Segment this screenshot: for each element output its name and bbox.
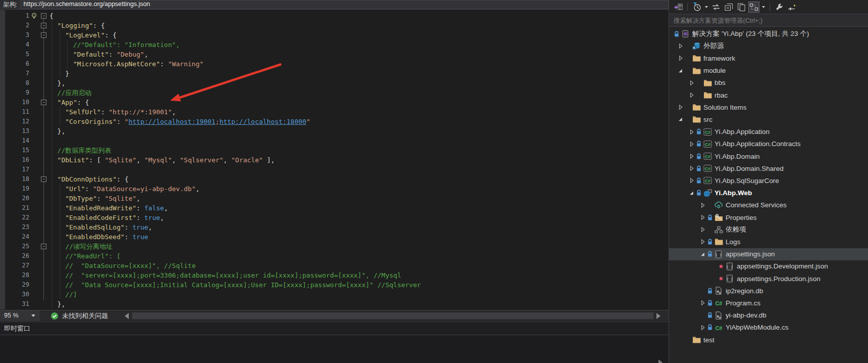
fold-collapse-icon[interactable]: - [41,23,46,28]
expander-collapsed-icon[interactable] [699,213,706,221]
tree-row[interactable]: C#Yi.Abp.Domain [669,150,868,162]
tree-row[interactable]: 依赖项 [669,223,868,236]
tree-row[interactable]: test [669,334,868,346]
tree-row[interactable]: bbs [669,77,868,89]
tree-row[interactable]: 解决方案 'Yi.Abp' (23 个项目, 共 23 个) [669,28,868,40]
code-line[interactable]: 27// "DataSource=[xxxx]", //Sqlite [0,261,669,270]
immediate-window-body[interactable] [0,335,669,362]
fold-collapse-icon[interactable]: - [41,32,46,38]
code-line[interactable]: 22"EnabledCodeFirst": true, [0,213,669,222]
code-line[interactable]: 19"Url": "DataSource=yi-abp-dev.db", [0,184,669,194]
code-line[interactable]: 10-"App": { [0,98,669,107]
properties-icon[interactable] [774,2,785,13]
expander-expanded-icon[interactable] [688,189,695,197]
code-line[interactable]: 17 [0,165,669,174]
sync-icon[interactable] [710,2,722,13]
tree-row[interactable]: yi-abp-dev.db [669,309,868,322]
lightbulb-icon[interactable] [30,12,38,20]
code-line[interactable]: 20"DbType": "Sqlite", [0,194,669,203]
expander-collapsed-icon[interactable] [688,91,695,99]
expander-collapsed-icon[interactable] [699,324,706,332]
code-line[interactable]: 30//] [0,290,669,299]
tree-row[interactable]: Yi.Abp.Web [669,187,868,199]
expander-collapsed-icon[interactable] [699,201,706,209]
tree-row[interactable]: rbac [669,89,868,101]
preview-selected-items-icon[interactable] [736,2,747,13]
code-line[interactable]: 15//数据库类型列表 [0,146,669,155]
fold-collapse-icon[interactable]: - [41,244,46,249]
tree-row[interactable]: { }appsettings.Production.json [669,273,868,285]
code-line[interactable]: 11"SelfUrl": "http://*:19001", [0,107,669,117]
dropdown-caret-icon[interactable] [704,2,709,13]
code-line[interactable]: 13}, [0,126,669,136]
code-line[interactable]: 4//"Default": "Information", [0,40,669,50]
expander-collapsed-icon[interactable] [677,54,684,62]
code-line[interactable]: 16"DbList": [ "Sqlite", "Mysql", "Sqlser… [0,155,669,165]
zoom-level-combo[interactable]: 95 % [0,310,39,321]
dropdown-caret-icon[interactable] [761,2,766,13]
new-editor-window-icon[interactable] [786,2,797,13]
tree-row[interactable]: C#Yi.Abp.Application [669,126,868,138]
expander-collapsed-icon[interactable] [688,140,695,148]
code-line[interactable]: 26//"ReadUrl": [ [0,251,669,261]
tree-row[interactable]: framework [669,52,868,64]
document-health-indicator[interactable]: 未找到相关问题 [50,311,108,320]
code-link[interactable]: http://localhost:18000 [219,118,306,125]
code-line[interactable]: 12"CorsOrigins": "http://localhost:19001… [0,117,669,126]
expander-expanded-icon[interactable] [677,67,684,75]
tree-row[interactable]: Solution Items [669,101,868,113]
expander-collapsed-icon[interactable] [688,176,695,185]
code-line[interactable]: 24"EnabledDbSeed": true [0,232,669,242]
expander-collapsed-icon[interactable] [699,225,706,234]
code-line[interactable]: 18-"DbConnOptions": { [0,174,669,184]
tree-row[interactable]: Logs [669,236,868,248]
scroll-right-icon[interactable] [656,313,660,319]
code-line[interactable]: 6"Microsoft.AspNetCore": "Warning" [0,59,669,69]
fold-collapse-icon[interactable]: - [41,176,46,182]
code-link[interactable]: http://localhost:19001 [128,118,215,125]
code-line[interactable]: 7} [0,69,669,78]
expander-collapsed-icon[interactable] [688,79,695,87]
code-line[interactable]: 2-"Logging": { [0,21,669,30]
code-editor[interactable]: 1-{2-"Logging": {3-"LogLevel": {4//"Defa… [0,10,669,309]
code-line[interactable]: 3-"LogLevel": { [0,30,669,40]
expander-collapsed-icon[interactable] [688,164,695,172]
fold-collapse-icon[interactable]: - [41,100,46,105]
tree-row[interactable]: C#Yi.Abp.SqlSugarCore [669,174,868,187]
json-schema-combo[interactable]: https://json.schemastore.org/appsettings… [20,0,669,9]
expander-expanded-icon[interactable] [699,250,706,258]
tree-row[interactable]: C#Yi.Abp.Domain.Shared [669,162,868,174]
tree-row[interactable]: src [669,113,868,125]
tree-row[interactable]: Properties [669,211,868,223]
fold-collapse-icon[interactable]: - [41,13,46,19]
switch-views-icon[interactable] [673,2,684,13]
code-line[interactable]: 9//应用启动 [0,88,669,98]
expander-collapsed-icon[interactable] [677,42,684,50]
code-line[interactable]: 29// "Data Source=[xxxx];Initial Catalog… [0,280,669,290]
code-line[interactable]: 25-//读写分离地址 [0,242,669,251]
tree-row[interactable]: 外部源 [669,40,868,52]
code-line[interactable]: 28// "server=[xxxx];port=3306;database=[… [0,270,669,280]
expander-collapsed-icon[interactable] [699,238,706,246]
code-line[interactable]: 31}, [0,299,669,309]
expander-collapsed-icon[interactable] [688,128,695,136]
collapse-all-icon[interactable] [723,2,734,13]
tree-row[interactable]: { }appsettings.json [669,248,868,260]
expander-collapsed-icon[interactable] [677,103,684,111]
tree-row[interactable]: C#Yi.Abp.Application.Contracts [669,138,868,150]
sync-with-active-document-icon[interactable] [748,2,759,13]
tree-row[interactable]: module [669,65,868,77]
scroll-left-icon[interactable] [125,313,129,319]
expander-collapsed-icon[interactable] [699,299,706,307]
horizontal-scrollbar[interactable] [132,312,653,319]
expander-collapsed-icon[interactable] [688,152,695,160]
code-line[interactable]: 8}, [0,78,669,88]
code-line[interactable]: 1-{ [0,11,669,21]
tree-row[interactable]: { }appsettings.Development.json [669,260,868,273]
code-line[interactable]: 23"EnabledSqlLog": true, [0,222,669,232]
solution-explorer-search-input[interactable]: 搜索解决方案资源管理器(Ctrl+;) [669,14,868,27]
code-line[interactable]: 5"Default": "Debug", [0,50,669,59]
tree-row[interactable]: ip2region.db [669,285,868,297]
tree-row[interactable]: C#YiAbpWebModule.cs [669,322,868,334]
tree-row[interactable]: C#Program.cs [669,297,868,309]
